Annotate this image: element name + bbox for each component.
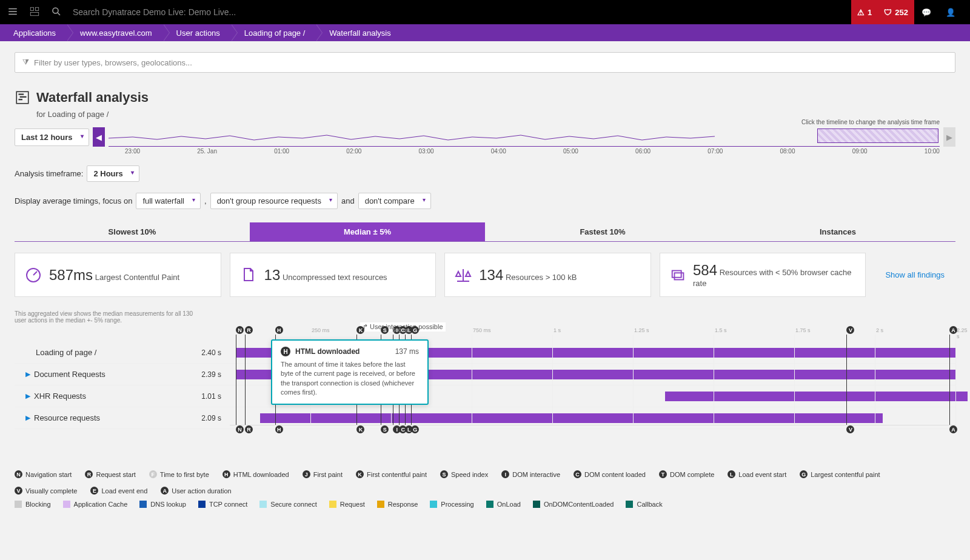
metric-card[interactable]: 13 Uncompressed text resources xyxy=(230,253,436,297)
svg-rect-1 xyxy=(36,7,39,10)
waterfall-row[interactable]: Loading of page /2.40 s xyxy=(15,342,955,364)
marker-V[interactable]: V xyxy=(846,326,854,334)
filter-input[interactable]: ⧩ Filter by user types, browsers, geoloc… xyxy=(15,52,955,73)
aggregate-note: This aggregated view shows the median me… xyxy=(15,310,196,324)
tab[interactable]: Median ± 5% xyxy=(250,222,485,241)
topbar: Search Dynatrace Demo Live: Demo Live...… xyxy=(0,0,970,24)
metric-card[interactable]: 584 Resources with < 50% browser cache r… xyxy=(660,253,866,297)
chevron-right-icon: ▶ xyxy=(25,414,30,422)
color-legend-item: Application Cache xyxy=(63,501,128,508)
svg-rect-7 xyxy=(19,99,23,100)
marker-R[interactable]: R xyxy=(245,326,253,334)
shield-icon: 🛡 xyxy=(884,8,892,17)
search-input[interactable]: Search Dynatrace Demo Live: Demo Live... xyxy=(73,7,236,17)
color-legend-item: OnDOMContentLoaded xyxy=(533,501,614,508)
marker-V[interactable]: V xyxy=(846,425,854,433)
svg-rect-6 xyxy=(20,96,27,98)
phase-legend-item: ELoad event end xyxy=(90,487,147,495)
metrics-row: 587ms Largest Contentful Paint13 Uncompr… xyxy=(15,253,955,297)
waterfall-row[interactable]: ▶Document Requests2.39 s xyxy=(15,364,955,385)
focus-select[interactable]: full waterfall xyxy=(136,193,201,209)
filter-placeholder: Filter by user types, browsers, geolocat… xyxy=(34,58,192,67)
color-legend-item: OnLoad xyxy=(486,501,521,508)
svg-rect-0 xyxy=(30,7,33,10)
phase-legend-item: VVisually complete xyxy=(15,487,77,495)
breadcrumb-item[interactable]: Loading of page / xyxy=(231,24,316,41)
breadcrumb-item[interactable]: Applications xyxy=(0,24,67,41)
markers-bot: NRHKSICLGVA xyxy=(230,425,955,434)
tooltip-badge: H xyxy=(281,347,290,356)
shield-badge[interactable]: 🛡 252 xyxy=(878,0,914,24)
waterfall-grid: Loading of page /2.40 s▶Document Request… xyxy=(230,335,955,425)
user-icon[interactable]: 👤 xyxy=(938,0,963,24)
show-findings-link[interactable]: Show all findings xyxy=(874,264,955,285)
chevron-right-icon: ▶ xyxy=(25,392,30,400)
phase-legend-item: RRequest start xyxy=(85,470,135,478)
tooltip-title: HTML downloaded xyxy=(295,347,390,356)
marker-N[interactable]: N xyxy=(236,425,244,433)
color-legend-item: Processing xyxy=(430,501,473,508)
phase-legend-item: LLoad event start xyxy=(728,470,786,478)
breadcrumb-item[interactable]: User actions xyxy=(163,24,231,41)
marker-H[interactable]: H xyxy=(275,326,283,334)
marker-G[interactable]: G xyxy=(411,425,419,433)
filter-icon: ⧩ xyxy=(22,58,29,67)
analysis-timeframe-select[interactable]: 2 Hours xyxy=(87,165,139,182)
phase-legend-item: GLargest contentful paint xyxy=(800,470,880,478)
svg-rect-5 xyxy=(19,94,24,95)
marker-K[interactable]: K xyxy=(356,326,364,334)
phase-legend-item: HHTML downloaded xyxy=(222,470,289,478)
timeline-next-button[interactable]: ▶ xyxy=(943,127,955,147)
group-select[interactable]: don't group resource requests xyxy=(210,193,338,209)
dashboard-icon[interactable] xyxy=(29,6,40,19)
color-legend-item: Callback xyxy=(626,501,662,508)
page-subtitle: for Loading of page / xyxy=(36,110,955,119)
marker-S[interactable]: S xyxy=(381,326,389,334)
timeline-prev-button[interactable]: ◀ xyxy=(93,127,105,147)
tooltip: H HTML downloaded 137 ms The amount of t… xyxy=(271,339,429,405)
separator: , xyxy=(204,196,207,205)
phase-legend-item: KFirst contentful paint xyxy=(356,470,427,478)
alert-icon: ⚠ xyxy=(857,8,865,17)
metric-card[interactable]: 587ms Largest Contentful Paint xyxy=(15,253,221,297)
tab[interactable]: Fastest 10% xyxy=(485,222,720,241)
marker-A[interactable]: A xyxy=(949,425,957,433)
color-legend-item: DNS lookup xyxy=(139,501,186,508)
phase-legend-item: JFirst paint xyxy=(303,470,343,478)
svg-rect-2 xyxy=(30,12,39,15)
tooltip-time: 137 ms xyxy=(395,347,419,356)
breadcrumb: Applicationswww.easytravel.comUser actio… xyxy=(0,24,970,41)
phase-legend-item: SSpeed index xyxy=(440,470,488,478)
tab[interactable]: Instances xyxy=(720,222,955,241)
breadcrumb-item[interactable]: www.easytravel.com xyxy=(67,24,162,41)
waterfall-row[interactable]: ▶XHR Requests1.01 s xyxy=(15,385,955,407)
chat-icon[interactable]: 💬 xyxy=(914,0,938,24)
color-legend-item: TCP connect xyxy=(198,501,247,508)
marker-G[interactable]: G xyxy=(411,326,419,334)
metric-card[interactable]: 134 Resources > 100 kB xyxy=(444,253,651,297)
breadcrumb-item[interactable]: Waterfall analysis xyxy=(316,24,401,41)
alert-badge[interactable]: ⚠ 1 xyxy=(851,0,878,24)
marker-N[interactable]: N xyxy=(236,326,244,334)
markers-top: NRHKSICLGVA xyxy=(230,326,955,335)
timeline-chart[interactable]: Click the timeline to change the analysi… xyxy=(109,127,940,147)
menu-icon[interactable] xyxy=(7,6,18,19)
color-legend-item: Request xyxy=(329,501,365,508)
compare-select[interactable]: don't compare xyxy=(358,193,431,209)
timeline-selection[interactable] xyxy=(817,128,938,143)
search-icon[interactable] xyxy=(51,6,62,19)
svg-point-3 xyxy=(53,8,58,13)
marker-R[interactable]: R xyxy=(245,425,253,433)
tabs: Slowest 10%Median ± 5%Fastest 10%Instanc… xyxy=(15,222,955,242)
tab[interactable]: Slowest 10% xyxy=(15,222,250,241)
timeframe-select[interactable]: Last 12 hours xyxy=(15,128,89,146)
svg-rect-9 xyxy=(672,270,681,277)
timeline-ticks: 23:0025. Jan01:0002:0003:0004:0005:0006:… xyxy=(124,148,941,155)
phase-legend-item: AUser action duration xyxy=(161,487,231,495)
waterfall-icon xyxy=(15,90,30,107)
marker-H[interactable]: H xyxy=(275,425,283,433)
phase-legend-item: CDOM content loaded xyxy=(574,470,646,478)
marker-S[interactable]: S xyxy=(381,425,389,433)
marker-K[interactable]: K xyxy=(356,425,364,433)
color-legend-item: Secure connect xyxy=(259,501,316,508)
